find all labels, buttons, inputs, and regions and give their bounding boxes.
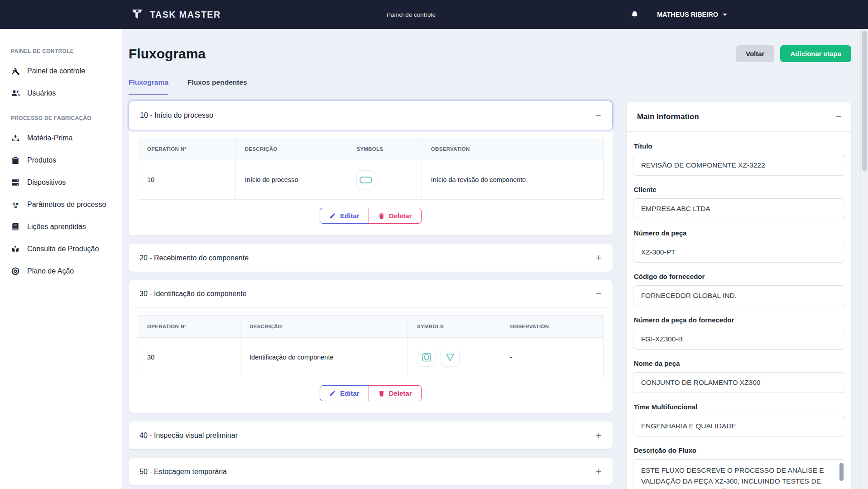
cell-operation-number: 10 bbox=[138, 160, 236, 200]
cell-observation: - bbox=[501, 338, 603, 377]
task-master-logo[interactable]: TASK MASTER bbox=[131, 0, 223, 29]
chevron-down-icon bbox=[723, 14, 727, 16]
panel-header[interactable]: Main Information − bbox=[627, 102, 851, 132]
operations-table-10: OPERATION Nº DESCRIÇÃO SYMBOLS OBSERVATI… bbox=[138, 138, 604, 200]
tab-fluxograma[interactable]: Fluxograma bbox=[129, 78, 168, 95]
page-title: Fluxograma bbox=[129, 46, 206, 62]
users-icon bbox=[11, 89, 20, 98]
accordion-card-20: 20 - Recebimento do componente + bbox=[129, 244, 613, 272]
accordion-header-10[interactable]: 10 - Início do processo − bbox=[129, 101, 613, 130]
logo-text: TASK MASTER bbox=[150, 9, 221, 20]
deletar-label: Deletar bbox=[389, 389, 412, 397]
user-name: MATHEUS RIBEIRO bbox=[657, 11, 718, 18]
sidebar-item-plano-de-acao[interactable]: Plano de Ação bbox=[0, 260, 122, 282]
sidebar-section-painel: PAINEL DE CONTROLE bbox=[11, 48, 111, 54]
numero-peca-fornecedor-field[interactable] bbox=[633, 329, 845, 350]
terminator-symbol-icon bbox=[360, 177, 372, 183]
table-row: 30 Identificação do componente bbox=[138, 338, 604, 377]
titulo-label: Título bbox=[634, 142, 844, 151]
accordion-header-30[interactable]: 30 - Identificação do componente − bbox=[129, 280, 613, 308]
collapse-minus-icon: − bbox=[595, 110, 601, 120]
cell-symbols bbox=[408, 338, 501, 377]
sidebar-item-label: Matéria-Prima bbox=[27, 134, 72, 142]
sidebar-item-parametros[interactable]: Parâmetros de processo bbox=[0, 193, 122, 216]
nav-link-painel[interactable]: Painel de controle bbox=[387, 0, 436, 29]
numero-peca-field[interactable] bbox=[633, 242, 845, 263]
accordion-title: 10 - Início do processo bbox=[140, 111, 213, 120]
expand-plus-icon: + bbox=[596, 431, 602, 441]
column-header-observation: OBSERVATION bbox=[501, 316, 603, 338]
page-scrollbar[interactable] bbox=[860, 29, 868, 489]
descricao-fluxo-textarea[interactable]: ESTE FLUXO DESCREVE O PROCESSO DE ANÁLIS… bbox=[633, 459, 845, 489]
editar-label: Editar bbox=[340, 389, 360, 397]
cell-description: Início do processo bbox=[235, 160, 347, 200]
production-lookup-icon bbox=[11, 244, 20, 254]
recycle-icon bbox=[11, 134, 20, 143]
accordion-body-10: OPERATION Nº DESCRIÇÃO SYMBOLS OBSERVATI… bbox=[129, 130, 613, 235]
panel-title: Main Information bbox=[637, 112, 699, 121]
collapse-minus-icon: − bbox=[596, 289, 602, 299]
main-content: Fluxograma Voltar Adicionar etapa Fluxog… bbox=[122, 29, 860, 489]
trash-icon bbox=[378, 390, 385, 397]
sidebar-item-label: Lições aprendidas bbox=[27, 223, 86, 231]
sidebar-item-painel-de-controle[interactable]: Painel de controle bbox=[0, 60, 122, 82]
storage-symbol-icon bbox=[445, 352, 456, 363]
notifications-bell-icon[interactable] bbox=[630, 10, 639, 19]
sidebar-item-materia-prima[interactable]: Matéria-Prima bbox=[0, 127, 122, 149]
accordion-card-10: 10 - Início do processo − OPERATION Nº D… bbox=[129, 101, 613, 235]
sidebar-item-dispositivos[interactable]: Dispositivos bbox=[0, 171, 122, 193]
column-header-operation: OPERATION Nº bbox=[138, 316, 240, 338]
pencil-icon bbox=[329, 390, 336, 397]
deletar-button[interactable]: Deletar bbox=[369, 385, 422, 401]
editar-label: Editar bbox=[340, 212, 360, 220]
operation-symbol-button[interactable] bbox=[417, 348, 436, 367]
sidebar-item-consulta[interactable]: Consulta de Produção bbox=[0, 238, 122, 260]
tab-fluxos-pendentes[interactable]: Fluxos pendentes bbox=[187, 78, 247, 95]
nome-peca-label: Nome da peça bbox=[634, 359, 844, 368]
sidebar-item-licoes[interactable]: Lições aprendidas bbox=[0, 216, 122, 238]
column-header-operation: OPERATION Nº bbox=[138, 138, 236, 160]
accordion-title: 20 - Recebimento do componente bbox=[139, 254, 249, 262]
accordion-body-30: OPERATION Nº DESCRIÇÃO SYMBOLS OBSERVATI… bbox=[129, 308, 613, 413]
textarea-scrollbar-thumb[interactable] bbox=[839, 463, 844, 481]
adicionar-etapa-button[interactable]: Adicionar etapa bbox=[780, 45, 851, 62]
clipboard-icon bbox=[11, 156, 20, 165]
codigo-fornecedor-field[interactable] bbox=[633, 285, 845, 306]
user-menu[interactable]: MATHEUS RIBEIRO bbox=[657, 11, 727, 18]
time-multifuncional-field[interactable] bbox=[633, 416, 845, 436]
sidebar-item-produtos[interactable]: Produtos bbox=[0, 149, 122, 171]
deletar-label: Deletar bbox=[389, 212, 412, 220]
voltar-button[interactable]: Voltar bbox=[736, 45, 774, 62]
gears-icon bbox=[11, 200, 20, 209]
titulo-field[interactable] bbox=[633, 155, 845, 176]
top-navbar: TASK MASTER Painel de controle MATHEUS R… bbox=[0, 0, 868, 29]
page-scrollbar-thumb[interactable] bbox=[862, 31, 867, 171]
editar-button[interactable]: Editar bbox=[320, 208, 369, 224]
sidebar-item-label: Usuários bbox=[27, 89, 56, 97]
sidebar-item-label: Parâmetros de processo bbox=[27, 201, 106, 209]
target-icon bbox=[11, 267, 20, 276]
sidebar-item-label: Dispositivos bbox=[27, 178, 66, 187]
deletar-button[interactable]: Deletar bbox=[369, 208, 422, 224]
sidebar-section-fabricacao: PROCESSO DE FABRICAÇÃO bbox=[11, 115, 111, 121]
accordion-header-40[interactable]: 40 - Inspeção visual preliminar + bbox=[129, 422, 613, 449]
editar-button[interactable]: Editar bbox=[320, 385, 369, 401]
sidebar-item-label: Produtos bbox=[27, 156, 56, 164]
time-multifuncional-label: Time Multifuncional bbox=[634, 403, 844, 412]
storage-symbol-button[interactable] bbox=[441, 348, 460, 367]
numero-peca-label: Número da peça bbox=[634, 229, 844, 238]
terminator-symbol-button[interactable] bbox=[356, 170, 375, 189]
devices-icon bbox=[11, 178, 20, 187]
sidebar-item-label: Plano de Ação bbox=[27, 267, 74, 275]
operation-symbol-icon bbox=[421, 352, 432, 363]
cell-symbols bbox=[347, 160, 422, 200]
column-header-descricao: DESCRIÇÃO bbox=[235, 138, 347, 160]
nome-peca-field[interactable] bbox=[633, 372, 845, 393]
sidebar-item-usuarios[interactable]: Usuários bbox=[0, 82, 122, 104]
accordion-header-20[interactable]: 20 - Recebimento do componente + bbox=[129, 244, 613, 272]
numero-peca-fornecedor-label: Número da peça do fornecedor bbox=[634, 316, 844, 325]
sidebar-item-label: Consulta de Produção bbox=[27, 245, 99, 253]
accordion-header-50[interactable]: 50 - Estocagem temporária + bbox=[129, 458, 613, 485]
tools-icon bbox=[11, 67, 20, 76]
cliente-field[interactable] bbox=[633, 198, 845, 219]
